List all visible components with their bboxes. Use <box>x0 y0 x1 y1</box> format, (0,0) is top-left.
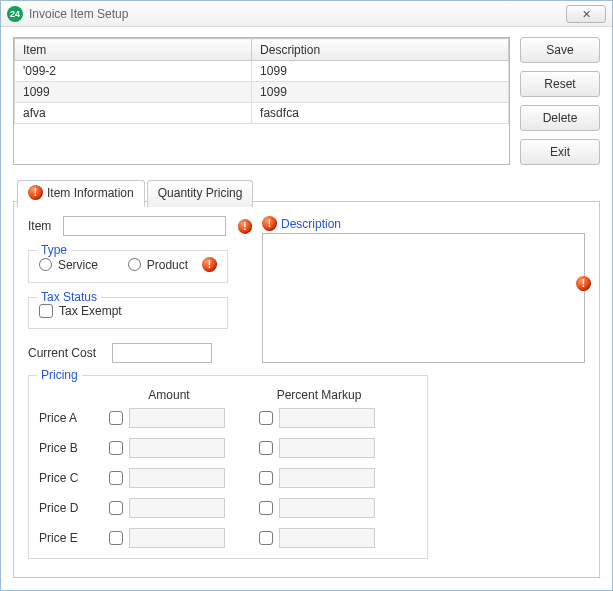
table-row[interactable]: '099-2 1099 <box>15 61 509 82</box>
client-area: Item Description '099-2 1099 1099 1099 <box>1 27 612 590</box>
price-c-label: Price C <box>39 471 109 485</box>
price-e-label: Price E <box>39 531 109 545</box>
pricing-header-row: Amount Percent Markup <box>39 388 417 402</box>
table-row[interactable]: afva fasdfca <box>15 103 509 124</box>
price-e-markup-check[interactable] <box>259 531 273 545</box>
cell-item: 1099 <box>15 82 252 103</box>
cell-desc: 1099 <box>252 61 509 82</box>
price-b-markup-check[interactable] <box>259 441 273 455</box>
price-a-markup-check[interactable] <box>259 411 273 425</box>
service-radio[interactable] <box>39 258 52 271</box>
service-label: Service <box>58 258 98 272</box>
price-c-amount-input[interactable] <box>129 468 225 488</box>
col-header-item[interactable]: Item <box>15 39 252 61</box>
product-radio[interactable] <box>128 258 141 271</box>
error-icon <box>238 219 252 234</box>
cell-desc: 1099 <box>252 82 509 103</box>
amount-header: Amount <box>109 388 229 402</box>
pricing-group: Pricing Amount Percent Markup Price A <box>28 375 428 559</box>
price-c-amount-check[interactable] <box>109 471 123 485</box>
form-left-column: Item Type Service Product <box>28 216 252 363</box>
table-row[interactable]: 1099 1099 <box>15 82 509 103</box>
current-cost-input[interactable] <box>112 343 212 363</box>
reset-button[interactable]: Reset <box>520 71 600 97</box>
col-header-description[interactable]: Description <box>252 39 509 61</box>
error-icon <box>28 185 43 200</box>
error-icon <box>202 257 217 272</box>
tab-label: Item Information <box>47 186 134 200</box>
error-icon <box>262 216 277 231</box>
price-e-amount-input[interactable] <box>129 528 225 548</box>
tab-strip: Item Information Quantity Pricing <box>17 179 255 206</box>
price-b-label: Price B <box>39 441 109 455</box>
markup-header: Percent Markup <box>259 388 379 402</box>
tax-exempt-label: Tax Exempt <box>59 304 122 318</box>
price-b-amount-input[interactable] <box>129 438 225 458</box>
top-row: Item Description '099-2 1099 1099 1099 <box>13 37 600 165</box>
price-b-amount-check[interactable] <box>109 441 123 455</box>
price-e-amount-check[interactable] <box>109 531 123 545</box>
save-button[interactable]: Save <box>520 37 600 63</box>
price-d-markup-check[interactable] <box>259 501 273 515</box>
tax-status-legend: Tax Status <box>37 290 101 304</box>
exit-button[interactable]: Exit <box>520 139 600 165</box>
close-icon: ✕ <box>582 8 591 21</box>
description-label: Description <box>281 217 341 231</box>
product-label: Product <box>147 258 188 272</box>
delete-button[interactable]: Delete <box>520 105 600 131</box>
tab-quantity-pricing[interactable]: Quantity Pricing <box>147 180 254 207</box>
action-buttons: Save Reset Delete Exit <box>520 37 600 165</box>
current-cost-label: Current Cost <box>28 346 106 360</box>
price-d-label: Price D <box>39 501 109 515</box>
item-label: Item <box>28 219 57 233</box>
items-grid[interactable]: Item Description '099-2 1099 1099 1099 <box>13 37 510 165</box>
current-cost-row: Current Cost <box>28 343 252 363</box>
price-a-label: Price A <box>39 411 109 425</box>
cell-desc: fasdfca <box>252 103 509 124</box>
invoice-item-setup-window: 24 Invoice Item Setup ✕ Item Description <box>0 0 613 591</box>
item-information-panel: Item Type Service Product <box>13 201 600 578</box>
window-title: Invoice Item Setup <box>29 7 128 21</box>
price-a-amount-check[interactable] <box>109 411 123 425</box>
type-group: Type Service Product <box>28 250 228 283</box>
price-c-markup-input[interactable] <box>279 468 375 488</box>
price-e-markup-input[interactable] <box>279 528 375 548</box>
cell-item: '099-2 <box>15 61 252 82</box>
tabs-container: Item Information Quantity Pricing Item <box>13 179 600 578</box>
tab-label: Quantity Pricing <box>158 186 243 200</box>
price-c-markup-check[interactable] <box>259 471 273 485</box>
price-d-amount-input[interactable] <box>129 498 225 518</box>
pricing-rows: Price A Price B Price C <box>39 408 417 548</box>
price-d-markup-input[interactable] <box>279 498 375 518</box>
tab-item-information[interactable]: Item Information <box>17 180 145 207</box>
item-field-row: Item <box>28 216 252 236</box>
price-a-amount-input[interactable] <box>129 408 225 428</box>
cell-item: afva <box>15 103 252 124</box>
price-d-amount-check[interactable] <box>109 501 123 515</box>
description-textarea[interactable] <box>262 233 585 363</box>
pricing-legend: Pricing <box>37 368 82 382</box>
type-legend: Type <box>37 243 71 257</box>
tax-status-group: Tax Status Tax Exempt <box>28 297 228 329</box>
titlebar: 24 Invoice Item Setup ✕ <box>1 1 612 27</box>
item-input[interactable] <box>63 216 226 236</box>
window-close-button[interactable]: ✕ <box>566 5 606 23</box>
tax-exempt-checkbox[interactable] <box>39 304 53 318</box>
app-icon: 24 <box>7 6 23 22</box>
form-right-column: Description <box>262 216 585 363</box>
price-a-markup-input[interactable] <box>279 408 375 428</box>
price-b-markup-input[interactable] <box>279 438 375 458</box>
error-icon <box>576 276 591 291</box>
